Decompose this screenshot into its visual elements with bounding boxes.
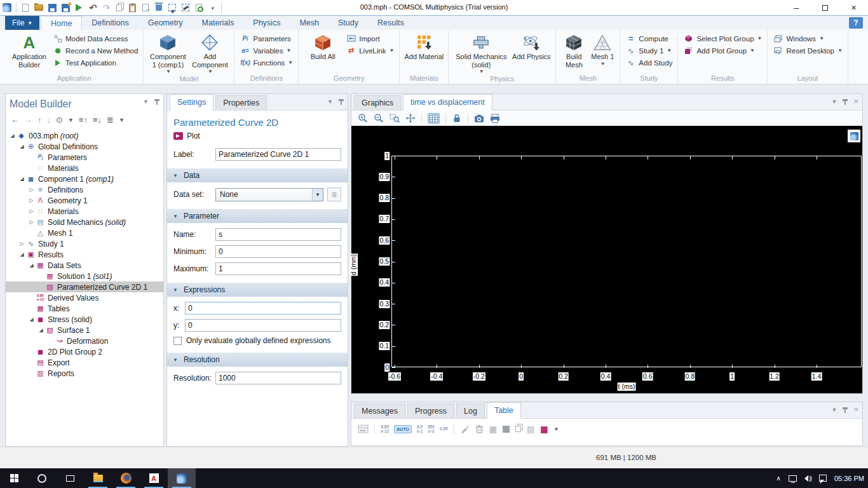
taskbar-clock[interactable]: 05:36 PM xyxy=(834,475,864,482)
tab-settings[interactable]: Settings xyxy=(170,94,214,111)
task-view-button[interactable] xyxy=(56,468,84,488)
precision-button[interactable]: 850e-3 xyxy=(428,424,435,433)
pin-icon[interactable] xyxy=(843,407,848,413)
tab-properties[interactable]: Properties xyxy=(215,95,267,110)
action-center-icon[interactable] xyxy=(819,475,827,482)
tree-item-003-mph[interactable]: ◢◆003.mph(root) xyxy=(6,130,163,141)
chevron-down-icon[interactable]: ▼ xyxy=(119,117,125,123)
table-settings-icon[interactable] xyxy=(358,424,369,433)
redo-icon[interactable] xyxy=(101,2,110,13)
comsol-taskbar-button[interactable] xyxy=(168,468,196,488)
collapse-icon[interactable]: ◢ xyxy=(27,316,36,322)
chevron-down-icon[interactable]: ▼ xyxy=(143,98,149,105)
zoom-out-icon[interactable] xyxy=(374,113,384,123)
label-input[interactable]: Parameterized Curve 2D 1 xyxy=(215,148,341,161)
parameters-button[interactable]: PiParameters xyxy=(238,32,295,44)
plot-canvas[interactable]: t (ms) d (mm) -0.6-0.4-0.200.20.40.60.81… xyxy=(351,126,862,393)
file-menu-button[interactable]: File▼ xyxy=(5,16,39,30)
new-file-icon[interactable] xyxy=(21,2,30,13)
tray-up-icon[interactable]: ∧ xyxy=(776,475,781,482)
parameter-min-input[interactable]: 0 xyxy=(215,245,341,258)
test-application-button[interactable]: Test Application xyxy=(50,57,140,69)
chevron-down-icon[interactable]: ▼ xyxy=(68,117,74,123)
pin-icon[interactable] xyxy=(154,99,159,105)
add-component-button[interactable]: Add Component▼ xyxy=(189,30,231,74)
parameter-max-input[interactable]: 1 xyxy=(215,262,341,275)
copy-table-icon[interactable] xyxy=(515,426,521,432)
zoom-extents-icon[interactable] xyxy=(405,113,416,123)
zoom-box-icon[interactable] xyxy=(390,113,400,123)
tree-item-reports[interactable]: ▥Reports xyxy=(6,368,163,379)
tab-table[interactable]: Table xyxy=(487,402,521,419)
section-resolution[interactable]: ▼Resolution xyxy=(167,353,348,367)
back-icon[interactable]: ← xyxy=(11,115,19,125)
full-view-icon[interactable] xyxy=(503,426,510,433)
expression-y-input[interactable]: 0 xyxy=(185,319,341,332)
tree-item-tables[interactable]: ▦Tables xyxy=(6,303,163,314)
model-data-access-button[interactable]: Model Data Access xyxy=(50,32,140,44)
application-builder-button[interactable]: A Application Builder xyxy=(8,30,50,69)
firefox-button[interactable] xyxy=(112,468,140,488)
build-all-button[interactable]: Build All xyxy=(302,30,344,61)
add-physics-button[interactable]: Add Physics xyxy=(510,30,552,61)
expand-icon[interactable]: ▷ xyxy=(27,187,36,193)
tree-item-export[interactable]: ▤Export xyxy=(6,357,163,368)
zoom-in-icon[interactable] xyxy=(358,113,368,123)
add-material-button[interactable]: Add Material xyxy=(403,30,445,61)
import-button[interactable]: Import xyxy=(344,32,396,44)
ribbon-tab-home[interactable]: Home xyxy=(41,16,82,30)
snapshot-camera-icon[interactable] xyxy=(474,114,484,123)
find-icon[interactable] xyxy=(194,2,203,13)
tab-graphics[interactable]: Graphics xyxy=(354,95,401,110)
ribbon-tab-materials[interactable]: Materials xyxy=(193,16,244,30)
insert-table-icon[interactable]: ▦ xyxy=(489,425,497,433)
maximize-button[interactable] xyxy=(811,0,839,15)
parameter-name-input[interactable]: s xyxy=(215,228,341,241)
show-icon[interactable]: ⊙ xyxy=(56,115,63,125)
collapse-icon[interactable]: ◢ xyxy=(27,262,36,268)
tree-item-mesh-1[interactable]: △Mesh 1 xyxy=(6,227,163,238)
tab-log[interactable]: Log xyxy=(456,403,485,418)
help-button[interactable]: ? xyxy=(849,17,863,29)
section-data[interactable]: ▼Data xyxy=(167,168,348,182)
build-mesh-button[interactable]: Build Mesh xyxy=(559,30,588,69)
tab-progress[interactable]: Progress xyxy=(407,403,454,418)
move-up-icon[interactable]: ↑ xyxy=(37,115,42,125)
only-global-checkbox[interactable] xyxy=(173,337,182,345)
collapse-icon[interactable]: ◢ xyxy=(18,176,26,182)
box-select-icon[interactable] xyxy=(168,2,177,13)
tree-item-solution-1[interactable]: ▦Solution 1(sol1) xyxy=(6,271,163,281)
expand-icon[interactable]: ▷ xyxy=(27,208,36,214)
delete-icon[interactable] xyxy=(154,2,163,13)
ribbon-tab-geometry[interactable]: Geometry xyxy=(139,16,193,30)
tree-item-materials[interactable]: ∷Materials xyxy=(6,163,163,173)
open-file-icon[interactable] xyxy=(34,2,43,13)
expand-icon[interactable]: ▷ xyxy=(27,198,36,203)
close-icon[interactable]: × xyxy=(853,98,858,105)
move-down-icon[interactable]: ↓ xyxy=(47,115,51,125)
table-display-icon[interactable]: ▦ xyxy=(540,424,548,434)
network-icon[interactable] xyxy=(789,475,797,482)
add-study-button[interactable]: ∿Add Study xyxy=(623,57,674,69)
expand-icon[interactable]: ▷ xyxy=(27,219,36,225)
tree-item-study-1[interactable]: ▷∿Study 1 xyxy=(6,238,163,249)
add-plot-group-button[interactable]: Add Plot Group▼ xyxy=(681,44,764,57)
save-as-icon[interactable] xyxy=(61,2,70,13)
chevron-down-icon[interactable]: ▼ xyxy=(554,426,559,432)
tree-item-global-definitions[interactable]: ◢⊕Global Definitions xyxy=(6,141,163,152)
tree-item-2d-plot-group-2[interactable]: ◼2D Plot Group 2 xyxy=(6,346,163,357)
tree-item-definitions[interactable]: ▷≡Definitions xyxy=(6,184,163,195)
grid-toggle-icon[interactable] xyxy=(428,113,440,124)
tab-messages[interactable]: Messages xyxy=(354,403,405,418)
tree-item-parameters[interactable]: PiParameters xyxy=(6,152,163,163)
precision-button[interactable]: 8.5e-1 xyxy=(417,424,423,433)
run-icon[interactable] xyxy=(74,2,83,13)
delete-table-icon[interactable] xyxy=(475,424,484,433)
section-parameter[interactable]: ▼Parameter xyxy=(167,209,348,223)
precision-button[interactable]: 8.85e-12 xyxy=(381,424,389,433)
tree-item-materials[interactable]: ▷∷Materials xyxy=(6,206,163,217)
copy-icon[interactable] xyxy=(114,2,123,13)
study-1-button[interactable]: ∿Study 1▼ xyxy=(623,44,674,57)
paste-special-icon[interactable] xyxy=(141,2,150,13)
expand-icon[interactable]: ▷ xyxy=(18,241,26,247)
